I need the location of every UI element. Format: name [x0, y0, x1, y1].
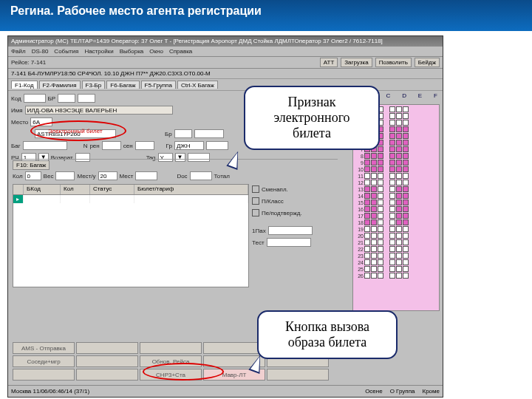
seat[interactable] — [403, 166, 409, 172]
seat[interactable] — [403, 259, 409, 265]
seat[interactable] — [364, 226, 370, 232]
type2-input[interactable] — [78, 94, 95, 103]
boarding-button[interactable]: Загрузка — [341, 58, 372, 67]
seat[interactable] — [389, 253, 395, 259]
seat[interactable] — [378, 180, 383, 185]
seat[interactable] — [378, 160, 383, 166]
seat[interactable] — [403, 146, 409, 152]
seat[interactable] — [403, 246, 409, 252]
seat[interactable] — [403, 273, 409, 279]
test-input[interactable] — [267, 238, 311, 247]
seat[interactable] — [389, 126, 395, 132]
seat[interactable] — [389, 106, 395, 112]
seat[interactable] — [378, 193, 383, 199]
seat[interactable] — [389, 219, 395, 225]
seat[interactable] — [389, 193, 395, 199]
seat[interactable] — [371, 173, 377, 179]
seat[interactable] — [364, 160, 370, 166]
tab-br[interactable]: F3-Бр — [82, 81, 106, 89]
kod-input[interactable] — [24, 94, 46, 103]
seat[interactable] — [364, 259, 370, 265]
seat[interactable] — [389, 146, 395, 152]
btn-2[interactable] — [140, 342, 202, 354]
gr2-input[interactable] — [206, 141, 228, 150]
nsen-input[interactable] — [135, 141, 154, 150]
seat[interactable] — [371, 166, 377, 172]
seat[interactable] — [371, 246, 377, 252]
seat[interactable] — [396, 126, 402, 132]
seat[interactable] — [371, 206, 377, 212]
menu-file[interactable]: Файл — [11, 48, 26, 55]
seat[interactable] — [364, 180, 370, 185]
name-input[interactable] — [25, 106, 173, 115]
seat[interactable] — [371, 233, 377, 239]
seat[interactable] — [403, 193, 409, 199]
seat[interactable] — [378, 213, 383, 219]
seat[interactable] — [364, 213, 370, 219]
seat[interactable] — [403, 173, 409, 179]
seat[interactable] — [403, 180, 409, 185]
seat[interactable] — [371, 273, 377, 279]
seat[interactable] — [396, 213, 402, 219]
bp-pre-input[interactable] — [174, 129, 192, 138]
seat[interactable] — [371, 253, 377, 259]
bag-input[interactable] — [23, 141, 67, 150]
seat[interactable] — [396, 259, 402, 265]
menu-window[interactable]: Окно — [149, 48, 163, 55]
seat[interactable] — [371, 239, 377, 245]
seat[interactable] — [378, 246, 383, 252]
seat[interactable] — [371, 153, 377, 159]
seat[interactable] — [403, 160, 409, 166]
seat[interactable] — [389, 200, 395, 205]
seat[interactable] — [396, 253, 402, 259]
seat[interactable] — [389, 180, 395, 185]
seat[interactable] — [403, 133, 409, 139]
tab-surname[interactable]: F2-Фамилия — [39, 81, 81, 89]
seat[interactable] — [389, 226, 395, 232]
seat[interactable] — [396, 153, 402, 159]
seat[interactable] — [396, 193, 402, 199]
seat[interactable] — [396, 173, 402, 179]
seat[interactable] — [396, 120, 402, 126]
seat[interactable] — [378, 253, 383, 259]
menu-settings[interactable]: Настройки — [84, 48, 113, 55]
type-input[interactable] — [58, 94, 75, 103]
seat[interactable] — [403, 233, 409, 239]
seat[interactable] — [364, 173, 370, 179]
seat[interactable] — [378, 173, 383, 179]
seat[interactable] — [364, 253, 370, 259]
btn-ams-send[interactable]: AMS - Отправка — [13, 342, 75, 354]
seat[interactable] — [364, 239, 370, 245]
tab-baggage[interactable]: F6-Багаж — [106, 81, 139, 89]
seat[interactable] — [371, 259, 377, 265]
seat[interactable] — [378, 226, 383, 232]
seat[interactable] — [389, 239, 395, 245]
seat[interactable] — [396, 146, 402, 152]
seat[interactable] — [389, 120, 395, 126]
seat[interactable] — [371, 226, 377, 232]
seat[interactable] — [371, 160, 377, 166]
tab-group[interactable]: F5-Группа — [141, 81, 176, 89]
seat[interactable] — [396, 140, 402, 146]
seat[interactable] — [389, 186, 395, 192]
btn-5[interactable] — [76, 355, 138, 367]
seat[interactable] — [389, 213, 395, 219]
seat[interactable] — [396, 200, 402, 205]
seat[interactable] — [396, 133, 402, 139]
seat[interactable] — [403, 266, 409, 272]
seat[interactable] — [396, 239, 402, 245]
table-row[interactable]: ▸ — [13, 195, 248, 203]
seat[interactable] — [389, 266, 395, 272]
seat[interactable] — [396, 226, 402, 232]
seat[interactable] — [378, 206, 383, 212]
seat[interactable] — [378, 146, 383, 152]
seat[interactable] — [389, 233, 395, 239]
seat[interactable] — [396, 273, 402, 279]
seat[interactable] — [403, 226, 409, 232]
seat[interactable] — [389, 173, 395, 179]
seat[interactable] — [364, 233, 370, 239]
seat[interactable] — [403, 253, 409, 259]
menu-events[interactable]: События — [54, 48, 78, 55]
bag-ves-input[interactable] — [55, 171, 75, 180]
seat[interactable] — [403, 239, 409, 245]
